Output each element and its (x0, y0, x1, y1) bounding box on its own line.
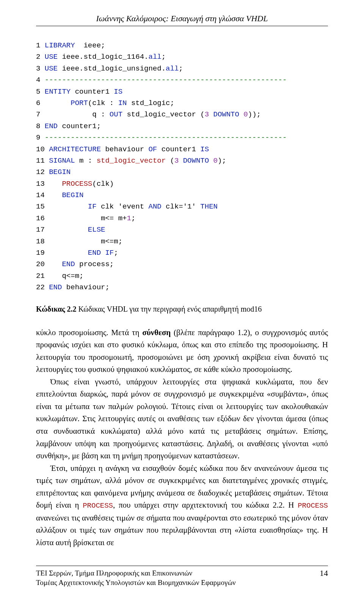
p1-a: κύκλο προσομοίωσης. Μετά τη (36, 328, 142, 337)
code-line: 15 IF clk 'event AND clk='1' THEN (36, 201, 328, 212)
code-line: 3 USE ieee.std_logic_unsigned.all; (36, 63, 328, 74)
code-token: OUT (110, 110, 122, 119)
paragraph-1: κύκλο προσομοίωσης. Μετά τη σύνθεση (βλέ… (36, 326, 328, 376)
code-line: 16 m<= m+1; (36, 213, 328, 224)
code-listing: 1 LIBRARY ieee;2 USE ieee.std_logic_1164… (36, 40, 328, 293)
code-token: ieee; (75, 41, 105, 50)
code-token: m<=m; (101, 237, 122, 246)
indent (45, 99, 71, 107)
footer-left: ΤΕΙ Σερρών, Τμήμα Πληροφορικής και Επικο… (36, 568, 236, 588)
code-token: q<=m; (62, 272, 83, 280)
code-token: USE (45, 53, 58, 61)
code-line: 13 PROCESS(clk) (36, 178, 328, 190)
code-token: IS (200, 145, 209, 154)
code-line: 2 USE ieee.std_logic_1164.all; (36, 51, 328, 63)
code-token: behaviour; (62, 283, 109, 292)
code-token: 0 (243, 110, 248, 119)
code-token: IF (88, 202, 97, 211)
line-number: 15 (36, 202, 49, 211)
code-line: 22 END behaviour; (36, 282, 328, 293)
p1-bold: σύνθεση (142, 328, 171, 337)
code-line: 18 m<=m; (36, 236, 328, 247)
code-token: THEN (200, 202, 218, 211)
code-token: 3 (174, 157, 179, 165)
code-token: counter1; (58, 122, 101, 130)
line-number: 17 (36, 226, 49, 234)
code-token: std_logic_vector (97, 157, 166, 165)
code-token: 1 (127, 214, 131, 223)
code-token: ----------------------------------------… (45, 76, 287, 84)
running-head: Ιωάννης Καλόμοιρος: Εισαγωγή στη γλώσσα … (36, 14, 328, 26)
code-token: m : (75, 157, 97, 165)
line-number: 2 (36, 53, 45, 61)
code-token: ieee.std_logic_1164. (58, 53, 148, 61)
code-token: counter1 (157, 145, 200, 154)
paragraph-3: Έτσι, υπάρχει η ανάγκη να εισαχθούν δομέ… (36, 462, 328, 549)
code-token: IN (118, 99, 127, 107)
line-number: 3 (36, 64, 45, 73)
code-token: PROCESS (62, 180, 92, 188)
code-token: (clk : (88, 99, 118, 107)
code-token: IS (114, 88, 122, 96)
page-number: 14 (320, 568, 328, 578)
code-line: 6 PORT(clk : IN std_logic; (36, 97, 328, 109)
page: Ιωάννης Καλόμοιρος: Εισαγωγή στη γλώσσα … (0, 0, 364, 599)
code-line: 19 END IF; (36, 247, 328, 259)
code-token (209, 110, 213, 119)
code-token: all (148, 53, 161, 61)
line-number: 4 (36, 76, 45, 84)
line-number: 7 (36, 110, 45, 119)
line-number: 18 (36, 237, 49, 246)
code-token: ( (166, 157, 174, 165)
footer-line1: ΤΕΙ Σερρών, Τμήμα Πληροφορικής και Επικο… (36, 568, 236, 578)
line-number: 22 (36, 283, 49, 292)
code-token: ELSE (88, 226, 105, 234)
code-line: 12 BEGIN (36, 166, 328, 178)
code-token: END IF (88, 249, 114, 257)
indent (49, 249, 88, 257)
paragraph-2: Όπως είναι γνωστό, υπάρχουν λειτουργίες … (36, 376, 328, 462)
line-number: 9 (36, 133, 45, 142)
line-number: 16 (36, 214, 49, 223)
code-line: 4 --------------------------------------… (36, 74, 328, 86)
code-line: 7 q : OUT std_logic_vector (3 DOWNTO 0))… (36, 109, 328, 120)
code-token: PORT (71, 99, 88, 107)
footer: ΤΕΙ Σερρών, Τμήμα Πληροφορικής και Επικο… (36, 566, 328, 588)
p3-b: , που υπάρχει στην αρχιτεκτονική του κώδ… (113, 500, 298, 510)
line-number: 20 (36, 260, 49, 268)
line-number: 8 (36, 122, 45, 130)
code-token: q : (92, 110, 110, 119)
footer-line2: Τομέας Αρχιτεκτονικής Υπολογιστών και Βι… (36, 578, 236, 588)
code-token: ); (218, 157, 226, 165)
code-token: DOWNTO (183, 157, 209, 165)
code-token: ieee.std_logic_unsigned. (58, 64, 166, 73)
code-token: behaviour (101, 145, 148, 154)
indent (49, 180, 62, 188)
code-line: 17 ELSE (36, 224, 328, 235)
code-token (179, 157, 183, 165)
line-number: 1 (36, 41, 45, 50)
code-line: 14 BEGIN (36, 190, 328, 201)
p3-code-1: PROCESS (83, 502, 113, 510)
line-number: 6 (36, 99, 45, 107)
code-token: DOWNTO (213, 110, 239, 119)
caption-text: Κώδικας VHDL για την περιγραφή ενός απαρ… (77, 305, 262, 313)
code-token: ----------------------------------------… (45, 133, 287, 142)
line-number: 5 (36, 88, 45, 96)
code-caption: Κώδικας 2.2 Κώδικας VHDL για την περιγρα… (36, 305, 328, 314)
code-token: ; (162, 53, 166, 61)
code-token: clk 'event (97, 202, 149, 211)
code-token: END (45, 122, 58, 130)
code-token: LIBRARY (45, 41, 75, 50)
code-token: clk='1' (162, 202, 201, 211)
code-token: END (62, 260, 75, 268)
code-line: 9 --------------------------------------… (36, 132, 328, 143)
code-line: 20 END process; (36, 259, 328, 270)
code-token: END (49, 283, 62, 292)
code-token: 0 (213, 157, 218, 165)
line-number: 12 (36, 168, 49, 176)
code-token: std_logic; (127, 99, 174, 107)
code-token: (clk) (92, 180, 114, 188)
code-token: 3 (205, 110, 209, 119)
line-number: 14 (36, 191, 49, 199)
